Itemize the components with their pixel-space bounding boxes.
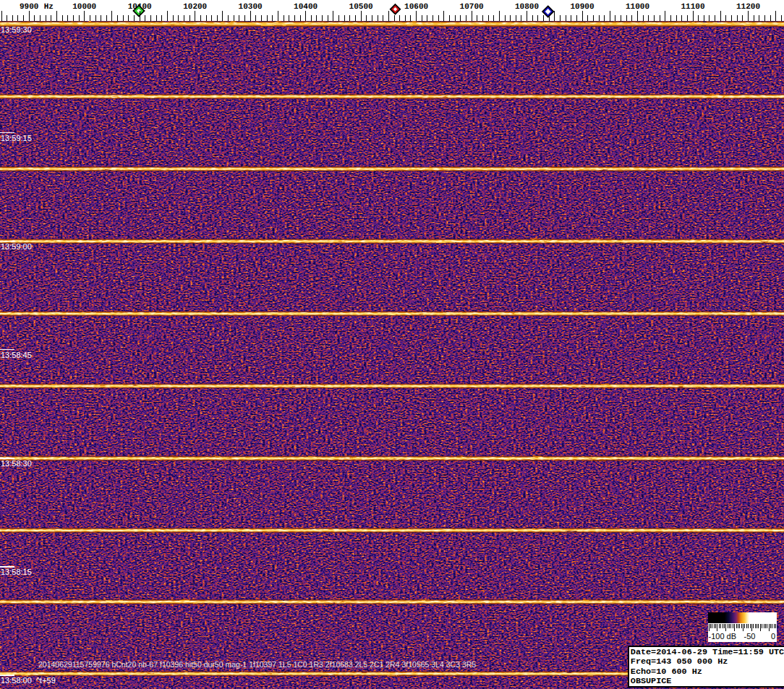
svg-text:9900: 9900 xyxy=(20,3,38,12)
svg-text:10700: 10700 xyxy=(460,3,484,12)
svg-text:11100: 11100 xyxy=(681,3,704,12)
svg-text:11200: 11200 xyxy=(736,3,760,12)
svg-text:10500: 10500 xyxy=(349,3,373,12)
svg-text:10400: 10400 xyxy=(294,3,318,12)
svg-text:10300: 10300 xyxy=(239,3,263,12)
svg-text:10600: 10600 xyxy=(404,3,428,12)
svg-text:10800: 10800 xyxy=(515,3,539,12)
svg-text:Hz: Hz xyxy=(44,3,54,12)
svg-text:11000: 11000 xyxy=(626,3,649,12)
svg-text:10200: 10200 xyxy=(183,3,207,12)
svg-text:10000: 10000 xyxy=(72,3,96,12)
svg-text:10900: 10900 xyxy=(570,3,594,12)
